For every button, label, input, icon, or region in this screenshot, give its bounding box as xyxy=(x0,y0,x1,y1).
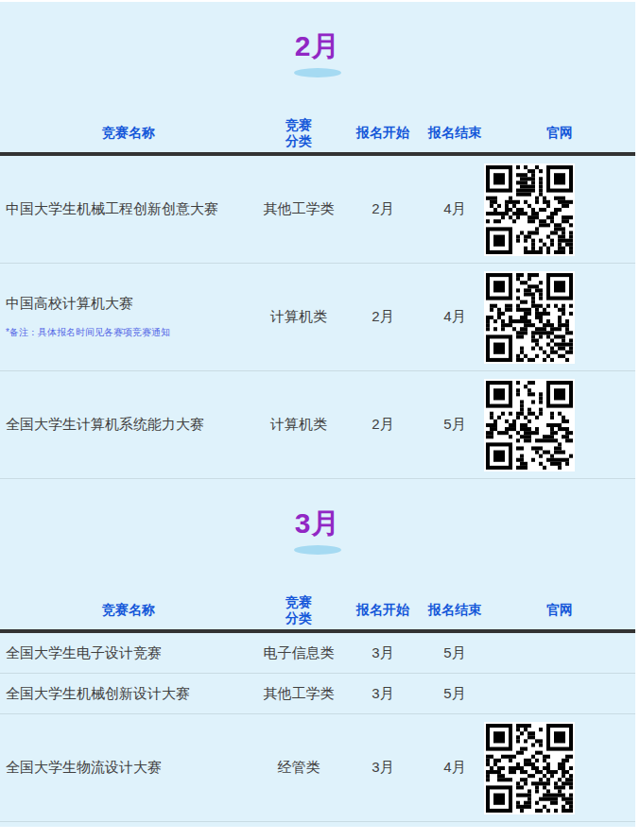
category-cell: 经管类 xyxy=(257,759,340,777)
registration-end-cell: 4月 xyxy=(425,308,484,326)
header-category-line2: 分类 xyxy=(257,610,340,626)
competition-table: 竞赛名称 竞赛 分类 报名开始 报名结束 官网 全国大学生电子设计竞赛 电子信息… xyxy=(0,591,635,822)
competition-note: *备注：具体报名时间见各赛项竞赛通知 xyxy=(6,326,257,339)
registration-end-cell: 5月 xyxy=(425,416,484,434)
registration-end-cell: 4月 xyxy=(425,759,484,777)
competition-name: 全国大学生电子设计竞赛 xyxy=(6,644,257,662)
registration-end-cell: 4月 xyxy=(425,200,484,218)
header-registration-start: 报名开始 xyxy=(340,125,425,141)
competition-name-cell: 中国高校计算机大赛 *备注：具体报名时间见各赛项竞赛通知 xyxy=(0,295,257,339)
table-row: 中国大学生机械工程创新创意大赛 其他工学类 2月 4月 xyxy=(0,156,635,264)
header-registration-end: 报名结束 xyxy=(425,602,484,618)
qr-code xyxy=(484,271,575,364)
header-category-line1: 竞赛 xyxy=(257,117,340,133)
category-cell: 计算机类 xyxy=(257,308,340,326)
qr-code xyxy=(484,722,575,814)
category-cell: 其他工学类 xyxy=(257,685,340,703)
official-site-cell xyxy=(484,379,635,471)
header-category-line1: 竞赛 xyxy=(257,594,340,610)
header-registration-start: 报名开始 xyxy=(340,602,425,618)
registration-start-cell: 2月 xyxy=(340,416,425,434)
registration-end-cell: 5月 xyxy=(425,644,484,662)
header-competition-name: 竞赛名称 xyxy=(0,602,257,618)
category-cell: 电子信息类 xyxy=(257,644,340,662)
official-site-cell xyxy=(484,722,635,814)
competition-name: 全国大学生物流设计大赛 xyxy=(6,759,257,777)
registration-start-cell: 3月 xyxy=(340,759,425,777)
header-category: 竞赛 分类 xyxy=(257,594,340,626)
month-title: 2月 xyxy=(0,2,635,62)
table-row: 全国大学生机械创新设计大赛 其他工学类 3月 5月 xyxy=(0,674,635,714)
page: 2月 竞赛名称 竞赛 分类 报名开始 报名结束 官网 中国大学生机械工程创新创意… xyxy=(0,2,635,827)
official-site-cell xyxy=(484,271,635,364)
table-row: 中国高校计算机大赛 *备注：具体报名时间见各赛项竞赛通知 计算机类 2月 4月 xyxy=(0,264,635,371)
title-underline-ellipse xyxy=(294,68,341,77)
month-section-february: 2月 竞赛名称 竞赛 分类 报名开始 报名结束 官网 中国大学生机械工程创新创意… xyxy=(0,2,635,479)
month-title: 3月 xyxy=(0,479,635,540)
category-cell: 其他工学类 xyxy=(257,200,340,218)
competition-name-cell: 中国大学生机械工程创新创意大赛 xyxy=(0,200,257,218)
competition-name: 全国大学生机械创新设计大赛 xyxy=(6,685,257,703)
competition-name-cell: 全国大学生计算机系统能力大赛 xyxy=(0,416,257,434)
category-cell: 计算机类 xyxy=(257,416,340,434)
header-competition-name: 竞赛名称 xyxy=(0,125,257,141)
registration-end-cell: 5月 xyxy=(425,685,484,703)
month-section-march: 3月 竞赛名称 竞赛 分类 报名开始 报名结束 官网 全国大学生电子设计竞赛 电… xyxy=(0,479,635,822)
competition-table: 竞赛名称 竞赛 分类 报名开始 报名结束 官网 中国大学生机械工程创新创意大赛 … xyxy=(0,113,635,479)
table-header-row: 竞赛名称 竞赛 分类 报名开始 报名结束 官网 xyxy=(0,591,635,633)
table-header-row: 竞赛名称 竞赛 分类 报名开始 报名结束 官网 xyxy=(0,113,635,156)
registration-start-cell: 3月 xyxy=(340,685,425,703)
competition-name-cell: 全国大学生电子设计竞赛 xyxy=(0,644,257,662)
table-row: 全国大学生物流设计大赛 经管类 3月 4月 xyxy=(0,714,635,822)
competition-name: 全国大学生计算机系统能力大赛 xyxy=(6,416,257,434)
qr-code xyxy=(484,379,575,471)
competition-name-cell: 全国大学生物流设计大赛 xyxy=(0,759,257,777)
official-site-cell xyxy=(484,163,635,256)
competition-name-cell: 全国大学生机械创新设计大赛 xyxy=(0,685,257,703)
title-underline-ellipse xyxy=(294,545,341,555)
header-registration-end: 报名结束 xyxy=(425,125,484,141)
competition-name: 中国高校计算机大赛 xyxy=(6,295,257,313)
registration-start-cell: 2月 xyxy=(340,308,425,326)
registration-start-cell: 3月 xyxy=(340,644,425,662)
table-row: 全国大学生电子设计竞赛 电子信息类 3月 5月 xyxy=(0,633,635,674)
header-category: 竞赛 分类 xyxy=(257,117,340,149)
qr-code xyxy=(484,163,575,256)
table-row: 全国大学生计算机系统能力大赛 计算机类 2月 5月 xyxy=(0,371,635,479)
header-official-site: 官网 xyxy=(484,125,635,141)
header-official-site: 官网 xyxy=(484,602,635,618)
competition-name: 中国大学生机械工程创新创意大赛 xyxy=(6,200,257,218)
registration-start-cell: 2月 xyxy=(340,200,425,218)
header-category-line2: 分类 xyxy=(257,133,340,149)
